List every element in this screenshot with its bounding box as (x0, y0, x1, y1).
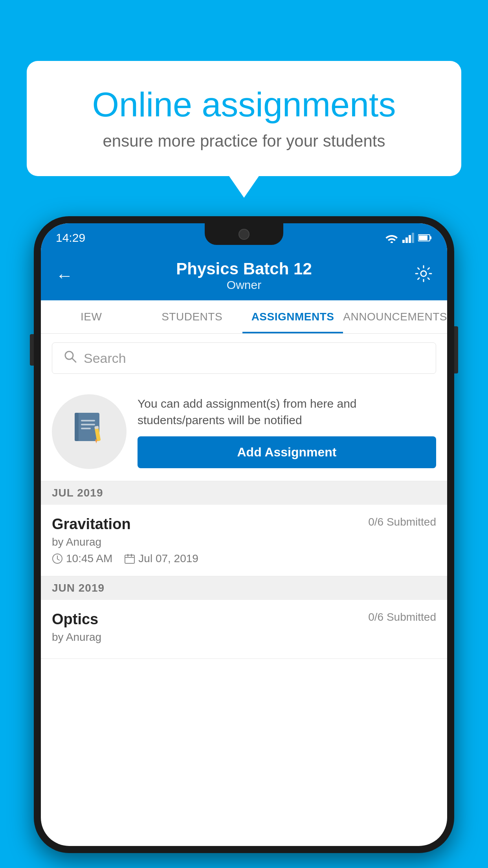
assignment-date-entry: Jul 07, 2019 (124, 552, 198, 565)
phone-mockup: 14:29 (34, 216, 454, 853)
phone-outer: 14:29 (34, 216, 454, 853)
svg-rect-11 (75, 413, 79, 441)
back-button[interactable]: ← (56, 266, 73, 285)
speech-bubble: Online assignments ensure more practice … (27, 61, 461, 176)
assignment-date: Jul 07, 2019 (138, 552, 198, 565)
side-button-right (454, 326, 458, 373)
svg-rect-19 (125, 555, 134, 563)
assignment-time-entry: 10:45 AM (52, 552, 112, 565)
signal-icon (402, 233, 414, 243)
side-button-left (30, 334, 34, 366)
assignment-row1: Gravitation 0/6 Submitted (52, 516, 436, 533)
assignment-name-optics: Optics (52, 611, 98, 628)
phone-screen: 14:29 (41, 223, 447, 846)
assignment-name: Gravitation (52, 516, 131, 533)
clock-icon (52, 553, 63, 564)
tab-assignments[interactable]: ASSIGNMENTS (242, 300, 343, 333)
search-bar[interactable]: Search (52, 342, 436, 374)
assignment-submitted: 0/6 Submitted (368, 516, 436, 528)
tab-students[interactable]: STUDENTS (141, 300, 242, 333)
speech-bubble-container: Online assignments ensure more practice … (27, 61, 461, 176)
svg-rect-1 (402, 240, 405, 243)
svg-rect-20 (127, 554, 128, 557)
add-assignment-text-area: You can add assignment(s) from here and … (138, 395, 436, 468)
svg-rect-2 (405, 237, 408, 243)
assignment-item-optics[interactable]: Optics 0/6 Submitted by Anurag (41, 600, 447, 659)
header-subtitle: Owner (176, 278, 312, 292)
calendar-icon (124, 553, 135, 564)
assignment-time: 10:45 AM (66, 552, 112, 565)
svg-rect-3 (409, 235, 411, 243)
search-icon (63, 349, 77, 367)
assignment-item-gravitation[interactable]: Gravitation 0/6 Submitted by Anurag 10:4… (41, 505, 447, 576)
svg-marker-16 (95, 440, 97, 443)
tab-announcements[interactable]: ANNOUNCEMENTS (343, 300, 447, 333)
battery-icon (418, 234, 432, 242)
status-icons (385, 233, 432, 243)
assignment-icon-circle (52, 394, 127, 469)
settings-button[interactable] (415, 265, 432, 286)
add-assignment-description: You can add assignment(s) from here and … (138, 395, 436, 428)
phone-notch (205, 223, 283, 245)
svg-point-0 (391, 241, 393, 243)
speech-bubble-title: Online assignments (58, 85, 430, 125)
svg-rect-12 (81, 420, 95, 421)
notebook-icon (71, 409, 108, 454)
search-placeholder: Search (84, 351, 126, 366)
add-assignment-button[interactable]: Add Assignment (138, 436, 436, 468)
status-time: 14:29 (56, 231, 85, 245)
svg-point-8 (421, 271, 426, 276)
svg-rect-21 (131, 554, 132, 557)
svg-rect-6 (419, 235, 427, 240)
assignment-datetime: 10:45 AM Jul 07, 2019 (52, 552, 436, 565)
assignment-row1-optics: Optics 0/6 Submitted (52, 611, 436, 628)
svg-rect-13 (81, 424, 95, 425)
app-header: ← Physics Batch 12 Owner (41, 248, 447, 300)
assignment-submitted-optics: 0/6 Submitted (368, 611, 436, 623)
tabs-bar: IEW STUDENTS ASSIGNMENTS ANNOUNCEMENTS (41, 300, 447, 334)
assignment-by: by Anurag (52, 536, 436, 548)
svg-rect-4 (412, 233, 414, 243)
svg-rect-7 (430, 236, 431, 239)
speech-bubble-subtitle: ensure more practice for your students (58, 132, 430, 151)
assignment-by-optics: by Anurag (52, 631, 436, 644)
svg-rect-14 (81, 428, 91, 429)
add-assignment-section: You can add assignment(s) from here and … (41, 383, 447, 481)
search-container: Search (41, 334, 447, 383)
header-center: Physics Batch 12 Owner (176, 259, 312, 292)
tab-iew[interactable]: IEW (41, 300, 141, 333)
section-header-jul-2019: JUL 2019 (41, 481, 447, 505)
phone-camera (238, 229, 250, 240)
wifi-icon (385, 233, 398, 243)
section-header-jun-2019: JUN 2019 (41, 576, 447, 600)
header-title: Physics Batch 12 (176, 259, 312, 278)
